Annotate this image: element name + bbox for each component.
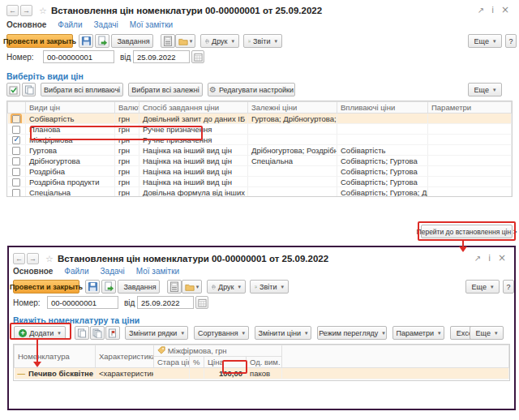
date-label: від bbox=[120, 53, 131, 62]
dropdown-caret-icon: ▾ bbox=[238, 284, 241, 290]
save-button[interactable] bbox=[85, 280, 100, 294]
tab-files[interactable]: Файли bbox=[64, 267, 88, 276]
journal-button[interactable]: ▾ bbox=[175, 34, 195, 48]
table-more-button[interactable]: Еще▾ bbox=[468, 83, 502, 96]
date-field[interactable]: 25.09.2022 bbox=[133, 50, 190, 63]
close-icon[interactable]: × bbox=[498, 252, 506, 264]
dropdown-caret-icon: ▾ bbox=[305, 330, 308, 336]
forward-icon[interactable]: → bbox=[20, 5, 32, 16]
row-checkbox[interactable] bbox=[12, 168, 20, 176]
uncheck-all-button[interactable] bbox=[22, 83, 36, 96]
add-button[interactable]: + Додати ▾ bbox=[14, 326, 66, 340]
save-icon bbox=[81, 36, 92, 46]
table-row[interactable]: Дрібногуртовагрн Націнка на інший вид ці… bbox=[8, 156, 512, 166]
table-row-mizhfirmova[interactable]: Міжфірмовагрн Ручне призначення bbox=[8, 135, 512, 145]
create-based-on-button[interactable] bbox=[101, 280, 116, 294]
create-based-on-button[interactable] bbox=[95, 34, 109, 48]
row-checkbox[interactable] bbox=[12, 115, 20, 123]
check-all-button[interactable] bbox=[6, 83, 20, 96]
table-row[interactable]: Гуртовагрн Націнка на інший вид цінДрібн… bbox=[8, 145, 512, 156]
row-checkbox[interactable] bbox=[12, 126, 20, 134]
edit-rows-button[interactable]: Змінити рядки▾ bbox=[125, 326, 188, 340]
price-types-table[interactable]: Види цін Валюта Спосіб завдання ціни Зал… bbox=[6, 101, 513, 197]
tab-tasks[interactable]: Задачі bbox=[94, 20, 118, 29]
date-field[interactable]: 25.09.2022 bbox=[137, 296, 194, 309]
more-button[interactable]: Еще▾ bbox=[465, 280, 500, 294]
number-field[interactable]: 00-00000001 bbox=[47, 296, 118, 309]
table-row-item[interactable]: —Печиво бісквітне <характеристики н... 1… bbox=[15, 368, 509, 379]
back-icon[interactable]: ← bbox=[13, 253, 25, 264]
tab-main[interactable]: Основное bbox=[13, 267, 53, 276]
table-more-button[interactable]: Еще▾ bbox=[470, 326, 504, 340]
select-all-dependent-button[interactable]: Вибрати всі залежні bbox=[128, 83, 203, 96]
more-button[interactable]: Еще▾ bbox=[468, 34, 502, 48]
post-and-close-button[interactable]: Провести и закрыть bbox=[13, 280, 79, 294]
print-icon bbox=[205, 36, 209, 46]
save-button[interactable] bbox=[79, 34, 93, 48]
change-prices-button[interactable]: Змінити ціни▾ bbox=[255, 326, 311, 340]
tasks-button[interactable]: Завдання bbox=[111, 34, 153, 48]
goto-price-setting-button[interactable]: Перейти до встановлення цін > bbox=[421, 225, 513, 238]
row-checkbox[interactable] bbox=[12, 157, 20, 165]
row-checkbox[interactable] bbox=[12, 147, 20, 155]
dropdown-caret-icon: ▾ bbox=[495, 330, 498, 336]
gear-icon: ⚙ bbox=[209, 85, 217, 94]
add-icon: + bbox=[19, 329, 27, 337]
help-button[interactable]: ? bbox=[503, 280, 514, 294]
info-icon[interactable]: i bbox=[491, 6, 494, 15]
screenshot-root: ← → ☆ Встановлення цін номенклатури 00-0… bbox=[0, 0, 519, 420]
post-and-close-button[interactable]: Провести и закрыть bbox=[6, 34, 73, 48]
calculator-button[interactable] bbox=[161, 34, 175, 48]
dropdown-caret-icon: ▾ bbox=[493, 38, 496, 45]
back-icon[interactable]: ← bbox=[6, 5, 19, 16]
dropdown-caret-icon: ▾ bbox=[382, 330, 385, 336]
favorite-star-icon[interactable]: ☆ bbox=[39, 6, 47, 16]
table-row[interactable]: Плановагрн Ручне призначення bbox=[8, 124, 512, 135]
history-button[interactable] bbox=[105, 326, 120, 340]
dropdown-caret-icon: ▾ bbox=[231, 38, 234, 45]
tasks-button[interactable]: Завдання bbox=[118, 280, 160, 294]
forward-icon[interactable]: → bbox=[27, 253, 39, 264]
tab-notes[interactable]: Мої замітки bbox=[136, 267, 179, 276]
calculator-icon bbox=[163, 36, 173, 46]
edit-settings-button[interactable]: ⚙ Редагувати настройки bbox=[208, 83, 295, 96]
row-checkbox[interactable] bbox=[12, 136, 20, 144]
window-controls: ↗ i × bbox=[478, 4, 509, 15]
tab-main[interactable]: Основное bbox=[6, 20, 46, 29]
calendar-button[interactable] bbox=[191, 50, 204, 63]
items-heading: Вкажіть номенклатуру та ціни bbox=[13, 315, 139, 325]
dropdown-caret-icon: ▾ bbox=[190, 38, 193, 45]
table-row[interactable]: Роздрібна продуктигрн Націнка на інший в… bbox=[8, 177, 512, 187]
number-field[interactable]: 00-00000001 bbox=[43, 50, 114, 63]
table-row[interactable]: Собівартістьгрн Довільний запит до даних… bbox=[8, 114, 512, 124]
view-mode-button[interactable]: Режим перегляду▾ bbox=[317, 326, 387, 340]
tab-tasks[interactable]: Задачі bbox=[101, 267, 125, 276]
row-checkbox[interactable] bbox=[12, 189, 20, 197]
info-icon[interactable]: i bbox=[488, 254, 491, 263]
get-link-icon[interactable]: ↗ bbox=[478, 6, 484, 15]
sorting-button[interactable]: Сортування▾ bbox=[194, 326, 249, 340]
journal-button[interactable]: ▾ bbox=[182, 280, 202, 294]
table-header-row: Номенклатура Характеристика Міжфірмова, … bbox=[15, 345, 509, 357]
select-all-influencing-button[interactable]: Вибрати всі впливаючі bbox=[41, 83, 123, 96]
print-button[interactable]: Друк ▾ bbox=[207, 280, 246, 294]
items-table[interactable]: Номенклатура Характеристика Міжфірмова, … bbox=[13, 344, 510, 381]
tab-files[interactable]: Файли bbox=[58, 20, 82, 29]
get-link-icon[interactable]: ↗ bbox=[474, 254, 481, 263]
copy-row-button[interactable] bbox=[75, 326, 89, 340]
row-checkbox[interactable] bbox=[12, 178, 20, 186]
parameters-button[interactable]: Параметри▾ bbox=[392, 326, 444, 340]
print-button[interactable]: Друк ▾ bbox=[200, 34, 239, 48]
tab-notes[interactable]: Мої замітки bbox=[130, 20, 173, 29]
calculator-button[interactable] bbox=[167, 280, 182, 294]
copy-rows-button[interactable] bbox=[90, 326, 105, 340]
favorite-star-icon[interactable]: ☆ bbox=[45, 254, 54, 264]
table-row[interactable]: Роздрібнагрн Націнка на інший вид цін Со… bbox=[8, 166, 512, 177]
table-row[interactable]: Спеціальнагрн Довільна формула від інших… bbox=[8, 187, 512, 198]
close-icon[interactable]: × bbox=[501, 4, 509, 15]
reports-button[interactable]: Звіти ▾ bbox=[243, 34, 282, 48]
help-button[interactable]: ? bbox=[505, 34, 517, 48]
calendar-button[interactable] bbox=[195, 296, 208, 309]
create-based-on-icon bbox=[97, 36, 108, 46]
reports-button[interactable]: Звіти ▾ bbox=[250, 280, 289, 294]
